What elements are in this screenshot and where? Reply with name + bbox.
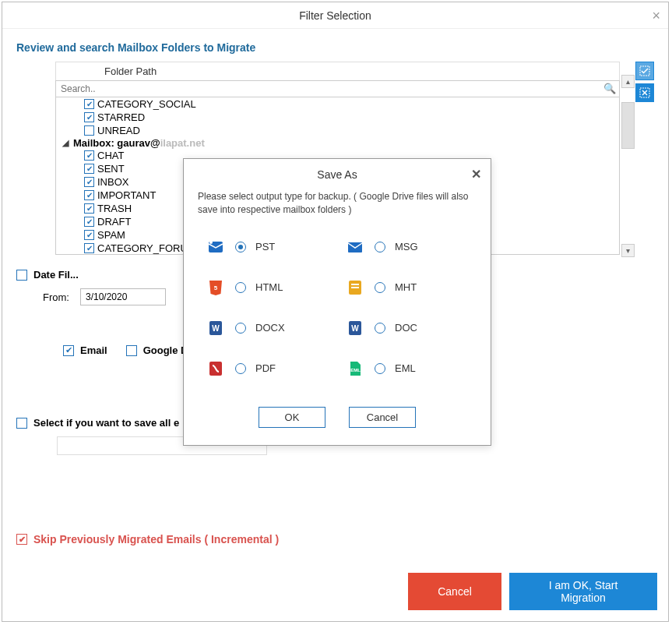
skip-checkbox[interactable] — [16, 534, 27, 545]
skip-label: Skip Previously Migrated Emails ( Increm… — [33, 533, 279, 546]
mht-icon — [345, 277, 365, 298]
html-icon: 5 — [206, 277, 226, 298]
save-all-checkbox[interactable] — [16, 418, 27, 429]
folder-search-input[interactable] — [56, 81, 600, 97]
folder-label: CHAT — [97, 150, 124, 161]
svg-rect-8 — [351, 287, 359, 288]
format-radio[interactable] — [375, 323, 385, 334]
format-label: DOCX — [255, 322, 285, 334]
format-option-msg[interactable]: MSG — [345, 237, 469, 257]
folder-label: CATEGORY_FORUM — [97, 242, 196, 254]
pst-icon — [206, 237, 226, 257]
title-bar: Filter Selection × — [2, 2, 668, 29]
dialog-title: Save As — [317, 168, 357, 181]
folder-label: STARRED — [97, 111, 145, 123]
format-option-html[interactable]: 5HTML — [206, 277, 329, 298]
date-filter-checkbox[interactable] — [16, 270, 27, 281]
cancel-button[interactable]: Cancel — [408, 573, 501, 610]
format-label: PDF — [255, 362, 276, 374]
save-as-dialog: Save As ✕ Please select output type for … — [183, 158, 491, 446]
format-label: EML — [395, 362, 416, 374]
folder-checkbox[interactable] — [84, 190, 94, 200]
deselect-all-button[interactable] — [635, 83, 654, 102]
date-filter-label: Date Fil... — [33, 269, 79, 281]
svg-text:W: W — [212, 324, 220, 333]
dialog-close-icon[interactable]: ✕ — [471, 167, 481, 182]
footer-buttons: Cancel I am OK, Start Migration — [408, 573, 657, 610]
email-label: Email — [80, 344, 107, 356]
format-radio[interactable] — [235, 363, 246, 374]
svg-rect-7 — [351, 284, 359, 285]
folder-checkbox[interactable] — [84, 230, 94, 240]
dialog-buttons: OK Cancel — [184, 393, 491, 445]
format-radio[interactable] — [375, 242, 385, 252]
format-option-mht[interactable]: MHT — [345, 277, 469, 298]
section-header: Review and search Mailbox Folders to Mig… — [16, 41, 654, 54]
format-radio[interactable] — [235, 323, 246, 334]
folder-search-row: 🔍 — [55, 80, 620, 97]
folder-checkbox[interactable] — [84, 99, 94, 109]
folder-label: DRAFT — [97, 216, 131, 228]
format-radio[interactable] — [375, 363, 385, 374]
format-label: PST — [255, 241, 275, 252]
scroll-down-arrow[interactable]: ▾ — [621, 244, 635, 257]
select-all-button[interactable] — [635, 62, 654, 80]
format-radio[interactable] — [375, 282, 385, 293]
svg-text:5: 5 — [214, 284, 218, 291]
dialog-ok-button[interactable]: OK — [259, 407, 325, 428]
format-radio[interactable] — [235, 242, 246, 252]
folder-checkbox[interactable] — [84, 217, 94, 227]
folder-checkbox[interactable] — [84, 112, 94, 122]
format-option-doc[interactable]: WDOC — [345, 318, 469, 338]
folder-path-header[interactable]: Folder Path — [55, 62, 620, 80]
folder-label: UNREAD — [97, 125, 140, 136]
mailbox-row[interactable]: ◢Mailbox: gaurav@ilapat.net — [56, 137, 619, 149]
window-title: Filter Selection — [299, 9, 371, 22]
folder-label: SENT — [97, 163, 125, 175]
format-radio[interactable] — [235, 282, 246, 293]
dialog-cancel-button[interactable]: Cancel — [349, 407, 416, 428]
folder-checkbox[interactable] — [84, 164, 94, 174]
gdrive-checkbox[interactable] — [126, 345, 137, 356]
email-checkbox[interactable] — [63, 345, 74, 356]
scroll-up-arrow[interactable]: ▴ — [621, 75, 635, 88]
format-option-pdf[interactable]: PDF — [206, 358, 329, 379]
save-all-label: Select if you want to save all e — [33, 417, 179, 429]
folder-checkbox[interactable] — [84, 125, 94, 136]
side-action-buttons — [635, 62, 654, 102]
folder-item[interactable]: UNREAD — [56, 124, 619, 137]
format-option-pst[interactable]: PST — [206, 237, 329, 257]
folder-label: SPAM — [97, 229, 125, 241]
folder-item[interactable]: CATEGORY_SOCIAL — [56, 97, 619, 111]
skip-row: Skip Previously Migrated Emails ( Increm… — [16, 533, 654, 546]
format-option-eml[interactable]: EMLEML — [345, 358, 469, 379]
folder-label: CATEGORY_SOCIAL — [97, 98, 196, 110]
format-label: MHT — [395, 281, 417, 293]
dialog-title-bar: Save As ✕ — [184, 159, 491, 187]
folder-checkbox[interactable] — [84, 203, 94, 214]
search-icon[interactable]: 🔍 — [600, 81, 619, 97]
format-label: HTML — [255, 281, 283, 293]
expand-icon[interactable]: ◢ — [62, 138, 69, 148]
msg-icon — [345, 237, 365, 257]
output-format-grid: PSTMSG5HTMLMHTWDOCXWDOCPDFEMLEML — [184, 231, 491, 393]
from-date-input[interactable] — [80, 288, 166, 305]
folder-label: INBOX — [97, 176, 128, 188]
docx-icon: W — [206, 318, 226, 338]
svg-point-3 — [209, 241, 213, 244]
folder-checkbox[interactable] — [84, 243, 94, 253]
dialog-description: Please select output type for backup. ( … — [184, 187, 491, 231]
folder-checkbox[interactable] — [84, 150, 94, 161]
folder-label: TRASH — [97, 203, 132, 214]
format-option-docx[interactable]: WDOCX — [206, 318, 329, 338]
svg-text:W: W — [351, 324, 359, 333]
format-label: DOC — [395, 322, 417, 334]
window-close-icon[interactable]: × — [652, 2, 660, 29]
scrollbar-thumb[interactable] — [621, 102, 635, 149]
folder-checkbox[interactable] — [84, 177, 94, 187]
folder-item[interactable]: STARRED — [56, 111, 619, 124]
start-migration-button[interactable]: I am OK, Start Migration — [509, 573, 657, 610]
svg-text:EML: EML — [350, 368, 361, 373]
pdf-icon — [206, 358, 226, 379]
format-label: MSG — [395, 241, 418, 252]
